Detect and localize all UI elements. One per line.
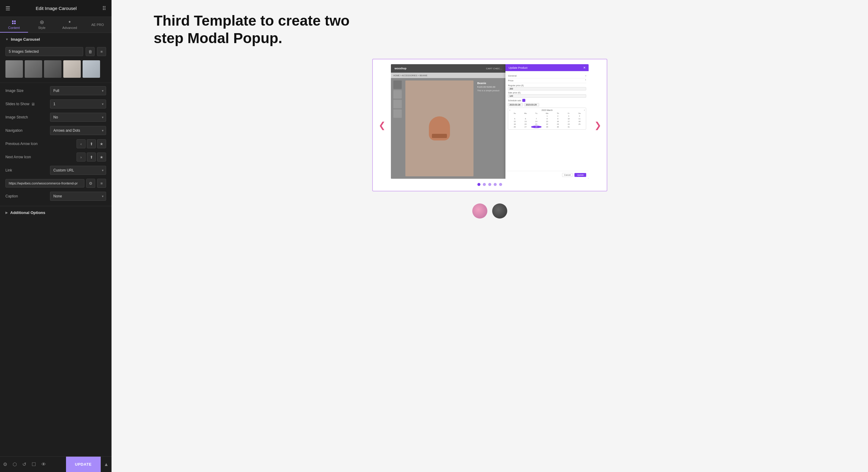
hamburger-icon[interactable]: ☰ xyxy=(5,5,10,12)
regular-price-input[interactable] xyxy=(508,87,586,90)
link-select[interactable]: Custom URL None Media File xyxy=(50,166,106,175)
modal-price-row: Price ˅ xyxy=(508,78,586,83)
layers-icon[interactable]: ⬡ xyxy=(13,462,17,467)
url-row: ⚙ ≡ xyxy=(0,177,112,190)
sidebar-bottom-bar: ⚙ ⬡ ↺ ☐ 👁 UPDATE ▲ xyxy=(0,456,112,472)
date-range-row xyxy=(508,103,586,106)
svg-rect-3 xyxy=(14,23,16,24)
woo-thumb-1 xyxy=(393,81,402,89)
tab-style-label: Style xyxy=(38,26,45,30)
woo-breadcrumb: HOME > ACCESSORIES > BEANIE xyxy=(391,73,505,78)
tab-aepro-label: AE PRO xyxy=(91,23,104,27)
update-button[interactable]: UPDATE xyxy=(66,457,101,472)
carousel-dot-3[interactable] xyxy=(488,183,491,186)
woo-main-image xyxy=(405,81,473,176)
modal-cancel-button[interactable]: Cancel xyxy=(562,173,573,177)
responsive-icon[interactable]: ☐ xyxy=(32,462,36,467)
schedule-sale-label: Schedule sale xyxy=(508,99,521,101)
update-collapse-button[interactable]: ▲ xyxy=(101,457,112,472)
carousel-dot-2[interactable] xyxy=(483,183,486,186)
settings-icon[interactable]: ⚙ xyxy=(3,462,7,467)
modal-update-button[interactable]: Update xyxy=(575,173,586,177)
svg-rect-2 xyxy=(12,23,13,24)
carousel-container: ❮ wooshop CART CHEC... HOME > ACCESSORIE… xyxy=(372,59,607,191)
additional-options-label: Additional Options xyxy=(10,210,45,215)
slides-to-show-select[interactable]: 1 2 3 4 xyxy=(50,99,106,108)
history-icon[interactable]: ↺ xyxy=(22,462,26,467)
navigation-select[interactable]: Arrows and Dots Arrows Dots None xyxy=(50,126,106,135)
thumbnail-5[interactable] xyxy=(83,60,100,78)
thumbnail-1[interactable] xyxy=(5,60,23,78)
url-input[interactable] xyxy=(5,179,84,187)
woo-product-name: Beanie xyxy=(477,82,502,85)
preview-icon[interactable]: 👁 xyxy=(41,462,46,467)
caption-select-wrapper: None Title Caption Description xyxy=(50,192,106,201)
woo-content: Beanie €120.00 €200.00 This is a simple … xyxy=(391,78,505,179)
woo-header: wooshop CART CHEC... xyxy=(391,64,505,73)
woo-thumbnails xyxy=(393,81,403,176)
slides-to-show-select-wrapper: 1 2 3 4 xyxy=(50,99,106,108)
carousel-dot-5[interactable] xyxy=(499,183,502,186)
caption-label: Caption xyxy=(5,194,48,198)
url-settings-button[interactable]: ⚙ xyxy=(86,179,95,188)
next-arrow-controls: › ⬆ ★ xyxy=(76,153,106,162)
delete-images-button[interactable]: 🗑 xyxy=(86,47,95,56)
thumbnail-2[interactable] xyxy=(25,60,42,78)
woo-price: €120.00 €200.00 xyxy=(477,86,502,88)
navigation-row: Navigation Arrows and Dots Arrows Dots N… xyxy=(0,124,112,137)
image-size-select[interactable]: Full Large Medium Thumbnail xyxy=(50,86,106,95)
schedule-sale-checkbox[interactable] xyxy=(522,99,525,102)
carousel-image-area: wooshop CART CHEC... HOME > ACCESSORIES … xyxy=(391,64,589,179)
additional-options-section: ▶ Additional Options xyxy=(0,206,112,218)
image-stretch-select[interactable]: No Yes xyxy=(50,113,106,122)
reorder-images-button[interactable]: ≡ xyxy=(97,47,106,56)
next-arrow-row: Next Arrow Icon › ⬆ ★ xyxy=(0,150,112,164)
calendar-grid: SuMoTuWeThFrSa 1234 567891011 1213141516… xyxy=(509,112,585,128)
bottom-avatars xyxy=(472,203,507,219)
tab-advanced-label: Advanced xyxy=(62,26,77,30)
sale-price-input[interactable] xyxy=(508,94,586,98)
tab-style[interactable]: Style xyxy=(28,17,56,33)
caption-select[interactable]: None Title Caption Description xyxy=(50,192,106,201)
carousel-next-arrow[interactable]: ❯ xyxy=(591,119,604,132)
cal-prev-button[interactable]: ‹ xyxy=(509,109,510,111)
carousel-prev-arrow[interactable]: ❮ xyxy=(375,119,389,132)
thumbnail-4[interactable] xyxy=(63,60,81,78)
slides-to-show-label: Slides to Show 🖥 xyxy=(5,102,48,106)
tab-content[interactable]: Content xyxy=(0,17,28,33)
prev-arrow-library-button[interactable]: ★ xyxy=(97,139,106,148)
prev-arrow-row: Previous Arrow Icon ‹ ⬆ ★ xyxy=(0,137,112,150)
tab-aepro[interactable]: AE PRO xyxy=(84,17,112,33)
image-size-label: Image Size xyxy=(5,89,48,93)
regular-price-label: Regular price (€) xyxy=(508,84,586,87)
image-carousel-section-header[interactable]: ▼ Image Carousel xyxy=(0,33,112,44)
calendar-header: ‹ 2023 March › xyxy=(509,109,585,111)
next-arrow-preview-button[interactable]: › xyxy=(76,153,86,162)
prev-arrow-upload-button[interactable]: ⬆ xyxy=(87,139,96,148)
tab-advanced[interactable]: Advanced xyxy=(56,17,84,33)
modal-general-row: General › xyxy=(508,73,586,78)
next-arrow-upload-button[interactable]: ⬆ xyxy=(87,153,96,162)
carousel-dot-4[interactable] xyxy=(494,183,497,186)
date-to-input[interactable] xyxy=(524,103,539,106)
image-stretch-label: Image Stretch xyxy=(5,115,48,119)
url-dynamic-button[interactable]: ≡ xyxy=(97,179,106,188)
grid-icon[interactable]: ⠿ xyxy=(102,5,106,12)
prev-arrow-preview-button[interactable]: ‹ xyxy=(76,139,86,148)
date-from-input[interactable] xyxy=(508,103,523,106)
cal-next-button[interactable]: › xyxy=(584,109,585,111)
additional-options-header[interactable]: ▶ Additional Options xyxy=(0,206,112,218)
modal-general-label: General xyxy=(508,74,516,77)
next-arrow-library-button[interactable]: ★ xyxy=(97,153,106,162)
slides-to-show-row: Slides to Show 🖥 1 2 3 4 xyxy=(0,97,112,111)
modal-body: General › Price ˅ Regular price (€) Sale… xyxy=(505,71,589,171)
svg-point-5 xyxy=(41,22,42,23)
modal-title: Update Product xyxy=(508,66,527,69)
prev-arrow-label: Previous Arrow Icon xyxy=(5,141,76,146)
modal-close-button[interactable]: ✕ xyxy=(583,66,586,69)
navigation-label: Navigation xyxy=(5,128,48,133)
carousel-dot-1[interactable] xyxy=(477,183,480,186)
main-content: Third Template to create two step Modal … xyxy=(112,0,868,472)
tab-content-label: Content xyxy=(8,26,20,30)
thumbnail-3[interactable] xyxy=(44,60,61,78)
